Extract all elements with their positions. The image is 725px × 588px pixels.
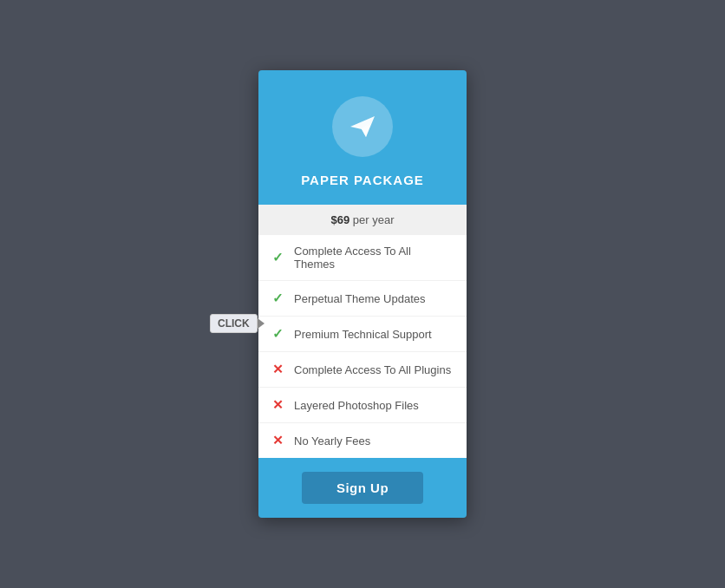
- card-header: PAPER PACKAGE: [258, 70, 467, 205]
- price-suffix: per year: [349, 213, 394, 226]
- feature-photoshop: ✕ Layered Photoshop Files: [258, 388, 467, 423]
- icon-circle: [332, 96, 393, 157]
- check-icon: ✓: [272, 250, 284, 265]
- check-icon: ✓: [272, 326, 284, 342]
- features-list: ✓ Complete Access To All Themes ✓ Perpet…: [258, 235, 467, 458]
- feature-all-plugins-label: Complete Access To All Plugins: [294, 363, 451, 376]
- pricing-card: PAPER PACKAGE $69 per year ✓ Complete Ac…: [258, 70, 467, 518]
- feature-no-fees: ✕ No Yearly Fees: [258, 423, 467, 458]
- feature-all-themes: ✓ Complete Access To All Themes: [258, 235, 467, 281]
- price-text: $69 per year: [330, 213, 394, 226]
- feature-all-plugins: ✕ Complete Access To All Plugins: [258, 352, 467, 388]
- feature-theme-updates-label: Perpetual Theme Updates: [294, 292, 426, 305]
- paper-plane-icon: [347, 111, 378, 142]
- click-arrow-icon: [258, 318, 265, 329]
- signup-button[interactable]: Sign Up: [302, 472, 423, 504]
- click-label: CLICK: [218, 317, 250, 330]
- feature-support-label: Premium Technical Support: [294, 328, 432, 341]
- price-section: $69 per year: [258, 205, 467, 235]
- card-footer: Sign Up: [258, 458, 467, 518]
- check-icon: ✓: [272, 291, 284, 306]
- cross-icon: ✕: [272, 433, 284, 448]
- feature-theme-updates: ✓ Perpetual Theme Updates: [258, 281, 467, 317]
- click-indicator: CLICK: [210, 314, 258, 333]
- cross-icon: ✕: [272, 362, 284, 377]
- package-title: PAPER PACKAGE: [301, 173, 424, 187]
- feature-all-themes-label: Complete Access To All Themes: [294, 245, 453, 271]
- price-amount: $69: [330, 213, 349, 226]
- cross-icon: ✕: [272, 397, 284, 413]
- feature-photoshop-label: Layered Photoshop Files: [294, 399, 419, 412]
- feature-support: ✓ Premium Technical Support: [258, 317, 467, 352]
- feature-no-fees-label: No Yearly Fees: [294, 434, 370, 448]
